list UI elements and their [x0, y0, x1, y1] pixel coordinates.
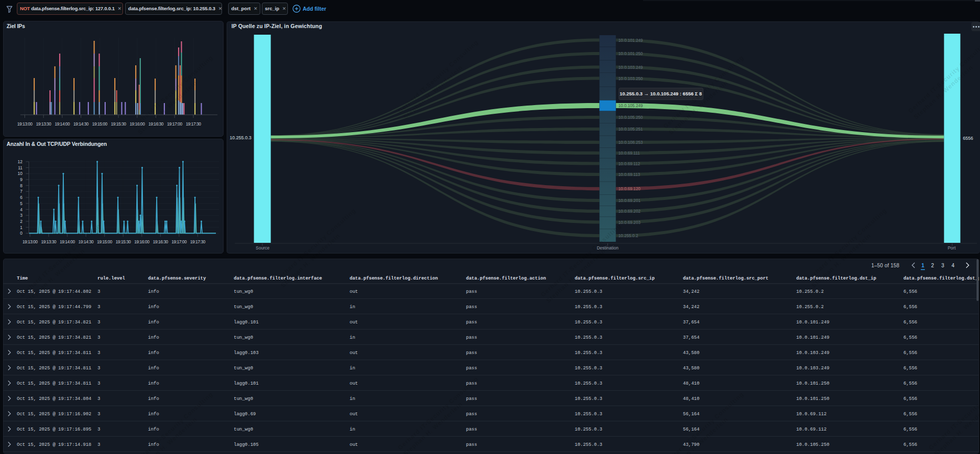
svg-text:tun_wg0: tun_wg0	[234, 396, 253, 401]
svg-text:info: info	[148, 320, 159, 325]
svg-text:7: 7	[20, 189, 22, 194]
svg-text:tun_wg0: tun_wg0	[234, 366, 253, 371]
svg-text:3: 3	[97, 289, 100, 294]
svg-text:34,242: 34,242	[683, 289, 699, 294]
svg-text:43,580: 43,580	[683, 366, 699, 371]
svg-text:56,164: 56,164	[683, 412, 699, 417]
svg-text:data.pfsense.filterlog.src_por: data.pfsense.filterlog.src_port	[683, 276, 768, 281]
svg-text:3: 3	[941, 263, 944, 268]
svg-text:19:13:00: 19:13:00	[22, 239, 38, 244]
svg-text:6,556: 6,556	[903, 305, 917, 310]
svg-text:Port: Port	[947, 245, 955, 250]
svg-text:11: 11	[18, 165, 22, 170]
svg-text:10: 10	[18, 171, 23, 176]
svg-text:19:15:30: 19:15:30	[116, 239, 131, 244]
svg-text:19:16:30: 19:16:30	[149, 121, 164, 127]
svg-text:10.0.103.250: 10.0.103.250	[618, 77, 643, 81]
svg-text:pass: pass	[466, 320, 477, 325]
svg-text:10.255.0.3: 10.255.0.3	[575, 305, 602, 310]
svg-text:10.0.103.249: 10.0.103.249	[796, 366, 829, 371]
svg-text:data.pfsense.filterlog.action: data.pfsense.filterlog.action	[466, 276, 546, 281]
svg-text:10.255.0.3: 10.255.0.3	[575, 335, 602, 340]
svg-text:10.255.0.3: 10.255.0.3	[229, 135, 251, 140]
svg-text:out: out	[350, 412, 358, 417]
svg-text:Oct 15, 2025 @ 19:17:34.804: Oct 15, 2025 @ 19:17:34.804	[17, 396, 91, 401]
svg-text:10.0.101.250: 10.0.101.250	[618, 52, 643, 56]
svg-text:10.0.103.249: 10.0.103.249	[618, 65, 643, 70]
svg-text:48,410: 48,410	[683, 381, 699, 386]
svg-text:19:14:30: 19:14:30	[74, 121, 89, 127]
svg-text:1–50 of 158: 1–50 of 158	[871, 263, 899, 268]
svg-text:6,556: 6,556	[903, 350, 917, 356]
svg-text:info: info	[148, 366, 159, 371]
svg-text:10.255.0.2: 10.255.0.2	[796, 305, 824, 310]
svg-text:6: 6	[20, 195, 22, 200]
svg-text:info: info	[148, 350, 159, 356]
svg-text:10.0.69.111: 10.0.69.111	[618, 151, 640, 156]
svg-text:19:13:30: 19:13:30	[41, 239, 57, 244]
svg-text:6,556: 6,556	[903, 412, 917, 417]
svg-text:19:14:30: 19:14:30	[79, 239, 94, 244]
svg-text:10.255.0.3: 10.255.0.3	[575, 320, 602, 325]
svg-text:10.0.101.249: 10.0.101.249	[796, 335, 829, 340]
svg-text:10.255.0.3: 10.255.0.3	[575, 412, 602, 417]
svg-text:pass: pass	[466, 427, 477, 432]
svg-text:10.255.0.3: 10.255.0.3	[575, 366, 602, 371]
svg-text:10.0.69.112: 10.0.69.112	[796, 427, 826, 432]
svg-text:data.pfsense.filterlog.interfa: data.pfsense.filterlog.interface	[234, 276, 322, 281]
svg-text:tun_wg0: tun_wg0	[234, 427, 253, 432]
svg-text:lagg0.101: lagg0.101	[234, 381, 259, 386]
svg-text:Oct 15, 2025 @ 19:17:34.811: Oct 15, 2025 @ 19:17:34.811	[17, 366, 91, 371]
svg-text:Oct 15, 2025 @ 19:17:34.811: Oct 15, 2025 @ 19:17:34.811	[17, 381, 91, 386]
svg-text:2: 2	[931, 263, 934, 268]
svg-text:10.0.101.250: 10.0.101.250	[796, 381, 829, 386]
svg-text:in: in	[350, 427, 355, 432]
svg-text:10.0.69.201: 10.0.69.201	[618, 198, 641, 203]
svg-text:6556: 6556	[963, 136, 973, 141]
svg-text:34,242: 34,242	[683, 305, 699, 310]
svg-text:data.pfsense.filterlog.src_ip: data.pfsense.filterlog.src_ip	[575, 276, 655, 281]
svg-text:Destination: Destination	[597, 245, 619, 250]
svg-text:6,556: 6,556	[903, 381, 917, 386]
svg-text:19:17:30: 19:17:30	[186, 121, 201, 127]
svg-text:pass: pass	[466, 335, 477, 340]
svg-text:19:16:00: 19:16:00	[130, 121, 145, 127]
svg-text:Oct 15, 2025 @ 19:17:34.821: Oct 15, 2025 @ 19:17:34.821	[17, 335, 91, 340]
svg-text:pass: pass	[466, 305, 477, 310]
svg-text:6,556: 6,556	[903, 289, 917, 294]
svg-text:in: in	[350, 305, 355, 310]
svg-text:3: 3	[97, 335, 100, 340]
svg-text:pass: pass	[466, 412, 477, 417]
svg-text:6,556: 6,556	[903, 320, 917, 325]
svg-text:19:15:00: 19:15:00	[92, 121, 108, 127]
svg-text:in: in	[350, 366, 355, 371]
svg-text:tun_wg0: tun_wg0	[234, 289, 253, 294]
svg-text:3: 3	[97, 350, 100, 356]
svg-text:10.255.0.3: 10.255.0.3	[575, 289, 602, 294]
svg-text:10.255.0.3: 10.255.0.3	[575, 350, 602, 356]
svg-text:pass: pass	[466, 289, 477, 294]
svg-text:pass: pass	[466, 442, 477, 447]
svg-text:3: 3	[97, 320, 100, 325]
svg-text:0: 0	[20, 231, 22, 236]
svg-text:3: 3	[97, 366, 100, 371]
svg-text:out: out	[350, 289, 358, 294]
svg-text:info: info	[148, 289, 159, 294]
svg-text:tun_wg0: tun_wg0	[234, 335, 253, 340]
svg-text:info: info	[148, 442, 159, 447]
svg-text:19:15:30: 19:15:30	[111, 121, 126, 127]
svg-text:3: 3	[97, 412, 100, 417]
svg-text:5: 5	[20, 201, 22, 206]
svg-text:19:17:00: 19:17:00	[172, 239, 187, 244]
svg-text:info: info	[148, 381, 159, 386]
svg-text:in: in	[350, 335, 355, 340]
svg-text:in: in	[350, 396, 355, 401]
svg-text:pass: pass	[466, 381, 477, 386]
svg-text:3: 3	[20, 213, 22, 218]
svg-text:19:16:00: 19:16:00	[134, 239, 150, 244]
svg-text:48,410: 48,410	[683, 396, 699, 401]
svg-text:pass: pass	[466, 366, 477, 371]
svg-text:19:15:00: 19:15:00	[97, 239, 112, 244]
svg-text:19:14:00: 19:14:00	[60, 239, 75, 244]
svg-text:data.pfsense.filterlog.dst_por: data.pfsense.filterlog.dst_port	[903, 276, 979, 281]
